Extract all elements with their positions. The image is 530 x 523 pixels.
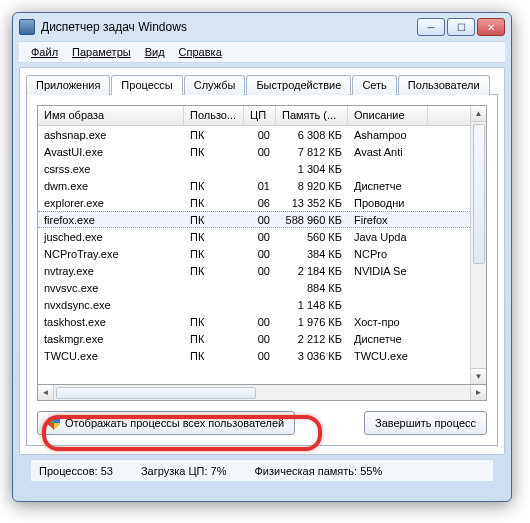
maximize-button[interactable]: ☐ xyxy=(447,18,475,36)
cell-name: TWCU.exe xyxy=(38,349,184,363)
cell-description: Avast Anti xyxy=(348,145,428,159)
minimize-button[interactable]: ─ xyxy=(417,18,445,36)
col-memory[interactable]: Память (... xyxy=(276,106,348,125)
tab-applications[interactable]: Приложения xyxy=(26,75,110,95)
cell-description: Диспетче xyxy=(348,332,428,346)
scroll-thumb-h[interactable] xyxy=(56,387,256,399)
cell-user: ПК xyxy=(184,145,244,159)
cell-memory: 384 КБ xyxy=(276,247,348,261)
menu-view[interactable]: Вид xyxy=(139,44,171,60)
show-all-users-label: Отображать процессы всех пользователей xyxy=(65,417,284,429)
cell-description xyxy=(348,168,428,170)
cell-name: dwm.exe xyxy=(38,179,184,193)
tab-users[interactable]: Пользователи xyxy=(398,75,490,95)
cell-user: ПК xyxy=(184,128,244,142)
col-user[interactable]: Пользо... xyxy=(184,106,244,125)
cell-cpu: 06 xyxy=(244,196,276,210)
cell-name: nvxdsync.exe xyxy=(38,298,184,312)
scroll-up-icon[interactable]: ▲ xyxy=(471,106,486,122)
vertical-scrollbar[interactable]: ▲ ▼ xyxy=(470,106,486,384)
cell-memory: 1 304 КБ xyxy=(276,162,348,176)
cell-description: NVIDIA Se xyxy=(348,264,428,278)
cell-name: ashsnap.exe xyxy=(38,128,184,142)
table-row[interactable]: firefox.exeПК00588 960 КБFirefox xyxy=(38,211,470,228)
process-list[interactable]: Имя образа Пользо... ЦП Память (... Опис… xyxy=(37,105,487,385)
scroll-thumb[interactable] xyxy=(473,124,485,264)
menu-file[interactable]: Файл xyxy=(25,44,64,60)
status-cpu-load: Загрузка ЦП: 7% xyxy=(141,465,227,477)
cell-user: ПК xyxy=(184,332,244,346)
client-area: Приложения Процессы Службы Быстродействи… xyxy=(19,67,505,455)
col-cpu[interactable]: ЦП xyxy=(244,106,276,125)
status-bar: Процессов: 53 Загрузка ЦП: 7% Физическая… xyxy=(31,459,493,481)
cell-user: ПК xyxy=(184,349,244,363)
cell-memory: 1 976 КБ xyxy=(276,315,348,329)
table-row[interactable]: TWCU.exeПК003 036 КБTWCU.exe xyxy=(38,347,470,364)
close-button[interactable]: ✕ xyxy=(477,18,505,36)
tab-performance[interactable]: Быстродействие xyxy=(246,75,351,95)
table-row[interactable]: nvvsvc.exe884 КБ xyxy=(38,279,470,296)
task-manager-window: Диспетчер задач Windows ─ ☐ ✕ Файл Парам… xyxy=(12,12,512,502)
cell-name: explorer.exe xyxy=(38,196,184,210)
table-row[interactable]: ashsnap.exeПК006 308 КБAshampoo xyxy=(38,126,470,143)
cell-memory: 884 КБ xyxy=(276,281,348,295)
scroll-left-icon[interactable]: ◄ xyxy=(38,385,54,400)
cell-description: Проводни xyxy=(348,196,428,210)
col-image-name[interactable]: Имя образа xyxy=(38,106,184,125)
cell-cpu xyxy=(244,168,276,170)
cell-name: nvtray.exe xyxy=(38,264,184,278)
cell-description: Диспетче xyxy=(348,179,428,193)
cell-memory: 2 184 КБ xyxy=(276,264,348,278)
cell-cpu: 00 xyxy=(244,145,276,159)
table-row[interactable]: NCProTray.exeПК00384 КБNCPro xyxy=(38,245,470,262)
window-title: Диспетчер задач Windows xyxy=(41,20,417,34)
horizontal-scrollbar[interactable]: ◄ ► xyxy=(37,385,487,401)
table-row[interactable]: jusched.exeПК00560 КБJava Upda xyxy=(38,228,470,245)
cell-user: ПК xyxy=(184,213,244,227)
cell-description: Java Upda xyxy=(348,230,428,244)
status-process-count: Процессов: 53 xyxy=(39,465,113,477)
uac-shield-icon xyxy=(48,416,60,430)
menubar: Файл Параметры Вид Справка xyxy=(19,41,505,63)
table-row[interactable]: nvxdsync.exe1 148 КБ xyxy=(38,296,470,313)
table-row[interactable]: nvtray.exeПК002 184 КБNVIDIA Se xyxy=(38,262,470,279)
tabstrip: Приложения Процессы Службы Быстродействи… xyxy=(26,75,498,95)
table-row[interactable]: taskmgr.exeПК002 212 КБДиспетче xyxy=(38,330,470,347)
table-row[interactable]: AvastUI.exeПК007 812 КБAvast Anti xyxy=(38,143,470,160)
cell-description: TWCU.exe xyxy=(348,349,428,363)
tab-services[interactable]: Службы xyxy=(184,75,246,95)
table-row[interactable]: explorer.exeПК0613 352 КБПроводни xyxy=(38,194,470,211)
cell-cpu: 00 xyxy=(244,264,276,278)
cell-user xyxy=(184,304,244,306)
cell-name: nvvsvc.exe xyxy=(38,281,184,295)
cell-cpu xyxy=(244,287,276,289)
show-all-users-button[interactable]: Отображать процессы всех пользователей xyxy=(37,411,295,435)
cell-memory: 560 КБ xyxy=(276,230,348,244)
cell-cpu: 00 xyxy=(244,315,276,329)
cell-description: Ashampoo xyxy=(348,128,428,142)
cell-memory: 3 036 КБ xyxy=(276,349,348,363)
end-process-label: Завершить процесс xyxy=(375,417,476,429)
tab-processes[interactable]: Процессы xyxy=(111,75,182,95)
scroll-right-icon[interactable]: ► xyxy=(470,385,486,400)
cell-cpu: 00 xyxy=(244,332,276,346)
cell-cpu: 00 xyxy=(244,349,276,363)
table-row[interactable]: dwm.exeПК018 920 КБДиспетче xyxy=(38,177,470,194)
table-row[interactable]: csrss.exe1 304 КБ xyxy=(38,160,470,177)
scroll-down-icon[interactable]: ▼ xyxy=(471,368,486,384)
cell-memory: 1 148 КБ xyxy=(276,298,348,312)
cell-cpu: 00 xyxy=(244,230,276,244)
menu-options[interactable]: Параметры xyxy=(66,44,137,60)
col-description[interactable]: Описание xyxy=(348,106,428,125)
menu-help[interactable]: Справка xyxy=(173,44,228,60)
tab-content: Имя образа Пользо... ЦП Память (... Опис… xyxy=(26,94,498,446)
titlebar[interactable]: Диспетчер задач Windows ─ ☐ ✕ xyxy=(13,13,511,41)
tab-network[interactable]: Сеть xyxy=(352,75,396,95)
cell-name: csrss.exe xyxy=(38,162,184,176)
table-row[interactable]: taskhost.exeПК001 976 КБХост-про xyxy=(38,313,470,330)
end-process-button[interactable]: Завершить процесс xyxy=(364,411,487,435)
cell-description: NCPro xyxy=(348,247,428,261)
cell-user xyxy=(184,168,244,170)
cell-memory: 8 920 КБ xyxy=(276,179,348,193)
cell-name: jusched.exe xyxy=(38,230,184,244)
